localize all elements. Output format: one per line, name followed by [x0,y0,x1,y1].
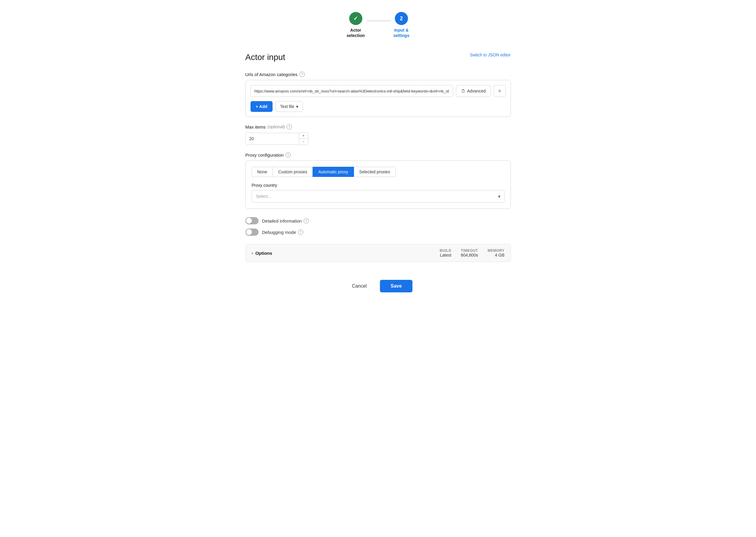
toggle-section: Detailed information ? Debugging mode ? [245,217,511,236]
proxy-country-label: Proxy country [252,183,504,187]
max-items-stepper: + − [299,133,308,145]
debugging-row: Debugging mode ? [245,228,511,236]
proxy-section: Proxy configuration ? None Custom proxie… [245,152,511,209]
proxy-country-select[interactable]: Select... [252,190,504,203]
max-items-row: + − [245,133,511,145]
step-label-2: Input &settings [393,27,410,38]
max-items-section: Max items (optional) ? + − [245,124,511,145]
max-items-decrement[interactable]: − [299,139,308,145]
options-timeout: TIMEOUT 604,800s [461,249,478,258]
proxy-help-icon[interactable]: ? [285,152,291,157]
options-chevron-icon: › [252,251,253,255]
step-actor-selection: ✓ Actorselection [346,12,365,38]
debugging-help-icon[interactable]: ? [298,229,303,235]
proxy-tab-automatic[interactable]: Automatic proxy [312,167,353,177]
detailed-info-toggle[interactable] [245,217,259,224]
url-actions: + Add Text file ▾ [251,101,506,112]
detailed-info-help-icon[interactable]: ? [303,218,309,224]
stepper: ✓ Actorselection 2 Input &settings [245,12,511,38]
step-label-1: Actorselection [346,27,365,38]
save-button[interactable]: Save [380,280,413,292]
proxy-tab-selected[interactable]: Selected proxies [354,167,396,177]
max-items-label: Max items (optional) ? [245,124,511,130]
options-memory: MEMORY 4 GB [488,249,504,258]
page-title: Actor input [245,53,285,62]
url-remove-button[interactable]: × [494,85,506,97]
urls-label: Urls of Amazon categories ? [245,72,511,77]
max-items-input[interactable] [245,133,299,145]
options-meta: BUILD Latest TIMEOUT 604,800s MEMORY 4 G… [440,249,504,258]
step-connector [367,21,391,21]
url-row: 🗒 Advanced × [251,85,506,97]
url-section: 🗒 Advanced × + Add Text file ▾ [245,80,511,117]
options-toggle[interactable]: › Options [252,251,272,256]
url-input[interactable] [251,85,453,97]
text-file-button[interactable]: Text file ▾ [276,101,302,112]
document-icon: 🗒 [461,89,465,93]
detailed-info-row: Detailed information ? [245,217,511,224]
cancel-button[interactable]: Cancel [343,280,375,292]
step-input-settings: 2 Input &settings [393,12,410,38]
chevron-down-icon: ▾ [296,104,298,109]
debugging-label: Debugging mode ? [262,229,303,235]
options-build: BUILD Latest [440,249,451,258]
proxy-select-wrapper: Select... ▾ [252,190,504,203]
detailed-info-label: Detailed information ? [262,218,309,224]
max-items-increment[interactable]: + [299,133,308,139]
json-editor-link[interactable]: Switch to JSON editor [470,53,511,57]
max-items-help-icon[interactable]: ? [287,124,292,130]
step-circle-1: ✓ [349,12,362,25]
proxy-tab-none[interactable]: None [252,167,273,177]
proxy-tabs: None Custom proxies Automatic proxy Sele… [252,167,504,177]
proxy-label: Proxy configuration ? [245,152,511,157]
proxy-card: None Custom proxies Automatic proxy Sele… [245,160,511,209]
footer-buttons: Cancel Save [245,280,511,292]
advanced-button[interactable]: 🗒 Advanced [456,85,491,97]
json-editor-anchor[interactable]: Switch to JSON editor [470,53,511,57]
options-bar: › Options BUILD Latest TIMEOUT 604,800s … [245,244,511,262]
debugging-toggle[interactable] [245,228,259,236]
add-url-button[interactable]: + Add [251,101,273,112]
urls-help-icon[interactable]: ? [299,72,305,77]
proxy-tab-custom[interactable]: Custom proxies [273,167,312,177]
step-circle-2: 2 [395,12,408,25]
